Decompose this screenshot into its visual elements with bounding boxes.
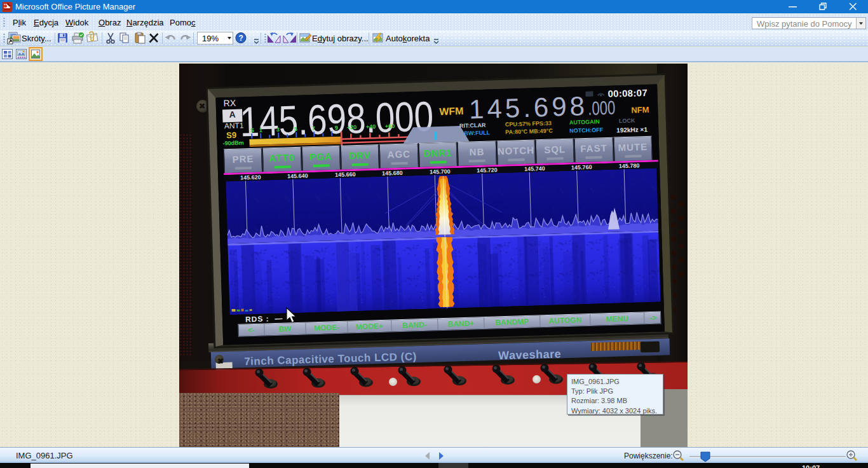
svg-text:S: S [250, 127, 254, 134]
svg-text:+40: +40 [366, 123, 376, 130]
svg-text:9: 9 [335, 125, 338, 131]
svg-text:+20: +20 [347, 124, 357, 130]
svg-text:3: 3 [276, 127, 280, 133]
svg-text:1: 1 [259, 127, 262, 133]
svg-text:+60: +60 [385, 123, 395, 129]
svg-text:5: 5 [294, 126, 297, 132]
svg-text:?: ? [239, 34, 243, 43]
svg-text:7: 7 [312, 125, 315, 132]
